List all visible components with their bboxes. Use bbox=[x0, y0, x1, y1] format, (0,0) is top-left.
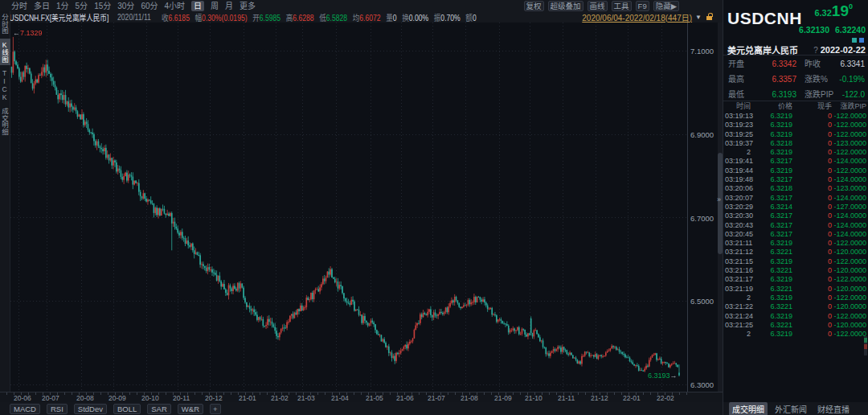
tick-row[interactable]: 26.32190-122.0000 bbox=[723, 148, 868, 157]
tool-复权[interactable]: 复权 bbox=[524, 1, 544, 11]
tick-time: 03:19:23 bbox=[725, 121, 751, 129]
quote-panel: USDCNH 6.32190 6.321306.32240 美元兑离岸人民币 ?… bbox=[723, 0, 868, 415]
month-tick: 21-02 bbox=[271, 394, 289, 402]
period-分时[interactable]: 分时 bbox=[11, 1, 27, 11]
tick-row[interactable]: 03:21:116.32190-122.0000 bbox=[723, 239, 868, 248]
tick-row[interactable]: 03:21:256.32210-120.0000 bbox=[723, 321, 868, 330]
tick-price: 6.3219 bbox=[755, 148, 792, 157]
panel-tab-成交明细[interactable]: 成交明细 bbox=[729, 402, 768, 415]
period-日[interactable]: 日 bbox=[191, 1, 204, 11]
tick-row[interactable]: 03:19:256.32190-122.0000 bbox=[723, 130, 868, 139]
period-4小时[interactable]: 4小时 bbox=[165, 1, 186, 11]
tool-超级叠加[interactable]: 超级叠加 bbox=[548, 1, 583, 11]
date-range-label[interactable]: 2020/06/04-2022/02/18(447日) bbox=[582, 11, 692, 23]
depth-icon[interactable] bbox=[852, 38, 857, 43]
sidebar-item-TICK[interactable]: TICK bbox=[0, 67, 10, 104]
date-range-selector[interactable]: 2020/06/04-2022/02/18(447日) ▼ bbox=[582, 11, 723, 23]
tick-pip: -122.0000 bbox=[833, 275, 866, 284]
tool-画线[interactable]: 画线 bbox=[588, 1, 608, 11]
sidebar-item-成交明细[interactable]: 成交明细 bbox=[0, 105, 10, 138]
tick-pip: -123.0000 bbox=[833, 139, 866, 148]
chart-canvas[interactable] bbox=[10, 23, 688, 392]
tick-row[interactable]: 03:21:156.32190-122.0000 bbox=[723, 257, 868, 266]
month-tick: 21-12 bbox=[591, 394, 608, 402]
table-scrollbar[interactable] bbox=[864, 336, 867, 355]
candlestick-chart[interactable]: 7.10006.90006.70006.50006.3000 ←7.1329 6… bbox=[10, 23, 723, 392]
tick-row[interactable]: 03:19:236.32190-122.0000 bbox=[723, 121, 868, 129]
tick-row[interactable]: 03:21:196.32210-120.0000 bbox=[723, 285, 868, 294]
tick-price: 6.3219 bbox=[755, 275, 792, 284]
tick-time: 03:20:30 bbox=[725, 212, 751, 220]
tick-row[interactable]: 03:21:226.32210-120.0000 bbox=[723, 302, 868, 311]
period-30分[interactable]: 30分 bbox=[117, 1, 134, 11]
tick-row[interactable]: 03:21:176.32190-122.0000 bbox=[723, 275, 868, 284]
indicator-tab-W&R[interactable]: W&R bbox=[178, 404, 203, 414]
tick-price: 6.3221 bbox=[755, 285, 792, 294]
tick-row[interactable]: 03:21:166.32210-120.0000 bbox=[723, 266, 868, 275]
panel-tab-财经直播[interactable]: 财经直播 bbox=[814, 402, 853, 415]
field-振: 振0.70% bbox=[434, 11, 461, 23]
tick-row[interactable]: 03:20:076.32170-124.0000 bbox=[723, 194, 868, 203]
tick-pip: -122.0000 bbox=[833, 257, 866, 266]
quote-mini-icons bbox=[852, 38, 864, 43]
indicator-tab-+[interactable]: + bbox=[210, 404, 221, 414]
unlock-icon[interactable] bbox=[706, 16, 712, 20]
period-1分[interactable]: 1分 bbox=[56, 1, 69, 11]
stat-label: 开盘 bbox=[728, 56, 744, 72]
indicator-tab-MACD[interactable]: MACD bbox=[10, 404, 40, 414]
sidebar-item-K线图[interactable]: K线图 bbox=[0, 39, 10, 65]
period-更多[interactable]: 更多 bbox=[240, 1, 256, 11]
field-label: 收 bbox=[162, 13, 169, 23]
tool-工具[interactable]: 工具 bbox=[612, 1, 632, 11]
month-tick: 21-03 bbox=[297, 394, 315, 402]
jump-icon[interactable] bbox=[859, 38, 864, 43]
tick-row[interactable]: 03:19:416.32170-124.0000 bbox=[723, 157, 868, 166]
tick-row[interactable]: 03:20:456.32170-124.0000 bbox=[723, 230, 868, 239]
period-5分[interactable]: 5分 bbox=[76, 1, 88, 11]
sidebar-item-分时图[interactable]: 分时图 bbox=[0, 11, 10, 37]
indicator-tab-StdDev[interactable]: StdDev bbox=[74, 404, 107, 414]
period-15分[interactable]: 15分 bbox=[94, 1, 111, 11]
tick-time: 03:19:13 bbox=[725, 112, 751, 121]
price-tick: 6.9000 bbox=[690, 130, 714, 139]
month-tick: 21-10 bbox=[525, 394, 542, 402]
tick-volume: 0 bbox=[802, 321, 832, 330]
panel-tab-外汇新闻[interactable]: 外汇新闻 bbox=[772, 402, 810, 415]
tool-F9[interactable]: F9 bbox=[636, 1, 649, 11]
tick-row[interactable]: 03:20:306.32170-124.0000 bbox=[723, 212, 868, 220]
tick-row[interactable]: 03:19:136.32190-122.0000 bbox=[723, 112, 868, 121]
tick-volume: 0 bbox=[802, 139, 832, 148]
month-tick: 20-11 bbox=[173, 394, 190, 402]
tick-row[interactable]: 03:19:486.32170-124.0000 bbox=[723, 175, 868, 184]
tick-row[interactable]: 03:19:376.32180-123.0000 bbox=[723, 139, 868, 148]
tick-time: 03:21:25 bbox=[725, 321, 751, 330]
chevron-down-icon[interactable]: ▼ bbox=[695, 14, 702, 21]
period-月[interactable]: 月 bbox=[225, 1, 233, 11]
indicator-tab-RSI[interactable]: RSI bbox=[47, 404, 68, 414]
tick-row[interactable]: 03:20:296.32140-127.0000 bbox=[723, 203, 868, 212]
tick-price: 6.3219 bbox=[755, 294, 792, 302]
tick-row[interactable]: 26.32190-122.0000 bbox=[723, 294, 868, 302]
tick-row[interactable]: 03:20:066.32180-123.0000 bbox=[723, 184, 868, 193]
indicator-tab-SAR[interactable]: SAR bbox=[147, 404, 171, 414]
tick-pip: -124.0000 bbox=[833, 157, 866, 166]
tick-row[interactable]: 03:21:246.32190-122.0000 bbox=[723, 312, 868, 321]
tick-row[interactable]: 03:20:436.32170-124.0000 bbox=[723, 221, 868, 230]
tick-price: 6.3219 bbox=[755, 166, 792, 175]
tool-隐藏▶[interactable]: 隐藏▶ bbox=[653, 1, 679, 11]
tick-table: 时间价格现手涨跌PIP03:19:136.32190-122.000003:19… bbox=[723, 101, 868, 339]
tick-row[interactable]: 26.32190-122.0000 bbox=[723, 330, 868, 339]
period-60分[interactable]: 60分 bbox=[141, 1, 158, 11]
tick-volume: 0 bbox=[802, 266, 832, 275]
tick-price: 6.3219 bbox=[755, 239, 792, 248]
period-周[interactable]: 周 bbox=[211, 1, 219, 11]
tick-volume: 0 bbox=[802, 257, 832, 266]
tick-row[interactable]: 03:19:446.32190-122.0000 bbox=[723, 166, 868, 175]
collapse-panel-icon[interactable]: » bbox=[717, 195, 721, 203]
period-多日[interactable]: 多日 bbox=[34, 1, 50, 11]
help-icon[interactable]: ? bbox=[813, 46, 818, 55]
field-value: 0 bbox=[473, 13, 477, 23]
indicator-tab-BOLL[interactable]: BOLL bbox=[113, 404, 141, 414]
tick-row[interactable]: 03:21:126.32210-120.0000 bbox=[723, 248, 868, 257]
ohlc-fields: 收6.6185幅0.30%(0.0195)开6.5985高6.6288低6.58… bbox=[151, 11, 477, 23]
